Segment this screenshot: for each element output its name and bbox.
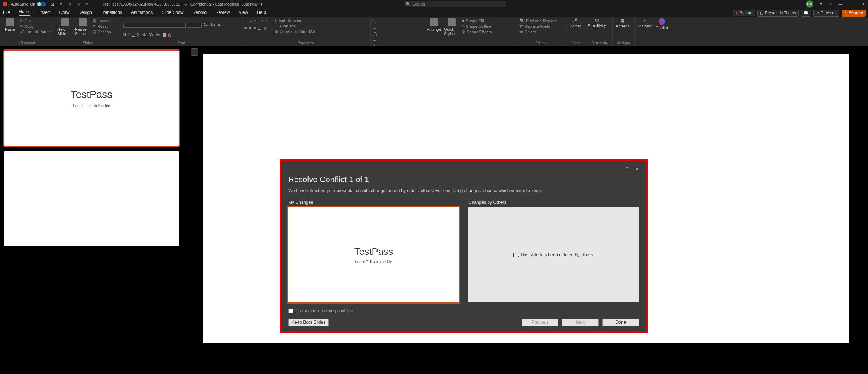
tab-home[interactable]: Home <box>19 9 30 16</box>
tab-help[interactable]: Help <box>257 10 266 15</box>
autosave-state: On <box>30 2 36 6</box>
tab-transitions[interactable]: Transitions <box>101 10 122 15</box>
font-family-input[interactable] <box>123 23 186 28</box>
save-icon[interactable]: 🖫 <box>51 2 56 7</box>
tab-slideshow[interactable]: Slide Show <box>161 10 183 15</box>
undo-icon[interactable]: ↺ <box>59 2 65 7</box>
tab-draw[interactable]: Draw <box>59 10 69 15</box>
case-button[interactable]: Aa <box>156 32 160 37</box>
font-color-button[interactable]: A <box>168 32 171 37</box>
tab-animations[interactable]: Animations <box>131 10 153 15</box>
align-text-button[interactable]: ⊟Align Text <box>274 23 315 28</box>
increase-font-icon[interactable]: A▴ <box>203 23 208 27</box>
tab-review[interactable]: Review <box>215 10 230 15</box>
quick-styles-button[interactable]: Quick Styles <box>444 18 459 36</box>
pen-icon[interactable]: ✎ <box>829 2 832 7</box>
start-icon[interactable]: ▷ <box>77 2 82 7</box>
search-input[interactable]: 🔍 Search <box>404 1 506 7</box>
shape-fill-button[interactable]: ◆Shape Fill <box>462 18 492 23</box>
justify-icon[interactable]: ≣ <box>258 26 261 31</box>
tab-design[interactable]: Design <box>78 10 92 15</box>
align-right-icon[interactable]: ≡ <box>254 26 256 31</box>
text-direction-button[interactable]: ↕Text Direction <box>274 18 315 23</box>
cut-button[interactable]: ✂Cut <box>20 18 52 23</box>
strike-button[interactable]: S <box>137 32 139 37</box>
thumbnail-2[interactable] <box>4 151 179 246</box>
thumbnail-1[interactable]: TestPass Local Edits to the file <box>4 51 179 146</box>
spacing-button[interactable]: AV <box>149 32 154 37</box>
underline-button[interactable]: U <box>132 32 135 37</box>
tab-view[interactable]: View <box>238 10 248 15</box>
avatar[interactable]: GM <box>806 0 813 8</box>
my-changes-panel[interactable]: My Changes TestPass Local Edits to the f… <box>288 200 459 302</box>
copilot-button[interactable]: Copilot <box>654 18 669 30</box>
keep-both-button[interactable]: Keep Both Slides <box>288 319 329 326</box>
section-button[interactable]: ▤Section <box>92 29 111 34</box>
previous-button[interactable]: Previous <box>522 319 558 326</box>
notification-icon[interactable]: ⚑ <box>819 2 823 7</box>
dialog-help-button[interactable]: ? <box>626 166 628 173</box>
autosave-toggle[interactable]: AutoSave On <box>11 2 46 6</box>
indent-inc-icon[interactable]: ⇥ <box>260 18 263 23</box>
clear-format-icon[interactable]: A̶ <box>218 23 220 27</box>
line-spacing-icon[interactable]: ↕ <box>266 18 268 23</box>
bold-button[interactable]: B <box>123 32 126 37</box>
present-teams-button[interactable]: ▢Present in Teams <box>757 10 799 16</box>
filename-area[interactable]: TestPass%2008-12%20New%E2%80%8B2 🛡 Confi… <box>102 2 262 7</box>
italic-button[interactable]: I <box>128 32 130 37</box>
select-button[interactable]: ▭Select <box>519 29 558 34</box>
redo-icon[interactable]: ↻ <box>68 2 73 7</box>
indent-dec-icon[interactable]: ⇤ <box>255 18 258 23</box>
others-changes-panel[interactable]: Changes by Others This slide has been de… <box>468 200 639 302</box>
minimize-button[interactable]: — <box>838 2 843 6</box>
reset-button[interactable]: ↺Reset <box>92 24 111 29</box>
group-clipboard: Paste ✂Cut ⧉Copy 🖌Format Painter Clipboa… <box>0 17 55 46</box>
shape-effects-button[interactable]: ◎Shape Effects <box>462 29 492 34</box>
smartart-button[interactable]: ▣Convert to SmartArt <box>274 29 315 34</box>
remaining-conflicts-checkbox[interactable] <box>288 309 293 314</box>
paste-button[interactable]: Paste <box>2 18 18 32</box>
tab-file[interactable]: File <box>3 10 10 15</box>
find-button[interactable]: 🔍Find and Replace <box>519 18 558 23</box>
maximize-button[interactable]: ▢ <box>849 2 854 7</box>
numbering-icon[interactable]: ≡ <box>250 18 252 23</box>
new-slide-button[interactable]: New Slide <box>57 18 73 36</box>
replace-fonts-button[interactable]: ⇄Replace Fonts <box>519 24 558 29</box>
thumb-title: TestPass <box>71 89 113 100</box>
share-button[interactable]: ⇪Share▾ <box>842 10 866 16</box>
layout-button[interactable]: ▦Layout <box>92 18 111 23</box>
designer-button[interactable]: ✦Designer <box>637 18 652 28</box>
align-center-icon[interactable]: ≡ <box>249 26 251 31</box>
record-button[interactable]: ●Record <box>733 10 755 16</box>
sensitivity-button[interactable]: 🛡Sensitivity <box>589 18 605 28</box>
shape-outline-button[interactable]: ◇Shape Outline <box>462 24 492 29</box>
done-button[interactable]: Done <box>602 319 639 326</box>
group-label: Add-ins <box>615 41 632 45</box>
format-painter-button[interactable]: 🖌Format Painter <box>20 29 52 34</box>
tab-insert[interactable]: Insert <box>39 10 50 15</box>
decrease-font-icon[interactable]: A▾ <box>210 23 215 27</box>
catchup-button[interactable]: ↗Catch up <box>813 10 839 16</box>
qat-dropdown-icon[interactable]: ▾ <box>86 2 91 7</box>
shadow-button[interactable]: ab <box>142 32 146 37</box>
dictate-button[interactable]: 🎤Dictate <box>567 18 583 28</box>
addins-button[interactable]: ▦Add-ins <box>615 18 630 28</box>
slide-thumbnails: TestPass Local Edits to the file <box>0 46 183 374</box>
comments-button[interactable]: 💬 <box>801 10 811 16</box>
copy-button[interactable]: ⧉Copy <box>20 24 52 29</box>
cameo-button[interactable] <box>191 48 198 56</box>
next-button[interactable]: Next <box>562 319 599 326</box>
highlight-button[interactable]: ▇ <box>163 32 166 37</box>
paste-icon <box>6 18 14 26</box>
align-left-icon[interactable]: ≡ <box>244 26 247 31</box>
columns-icon[interactable]: ▥ <box>263 26 267 31</box>
arrange-button[interactable]: Arrange <box>426 18 442 32</box>
dialog-close-button[interactable]: ✕ <box>635 166 639 173</box>
tab-record[interactable]: Record <box>192 10 207 15</box>
font-size-input[interactable] <box>187 23 202 28</box>
bullets-icon[interactable]: ☰ <box>244 18 248 23</box>
close-button[interactable]: ✕ <box>860 2 865 7</box>
reuse-slides-button[interactable]: Reuse Slides <box>75 18 90 36</box>
smartart-icon: ▣ <box>274 29 278 34</box>
group-paragraph: ☰ ≡ ⇤ ⇥ ↕ ≡ ≡ ≡ ≣ ▥ ↕Text Direction ⊟Ali… <box>242 17 371 46</box>
